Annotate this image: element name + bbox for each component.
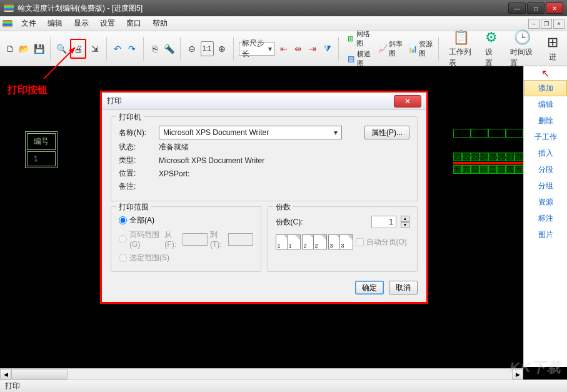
- undo-icon[interactable]: ↶: [112, 41, 124, 56]
- dialog-titlebar[interactable]: 打印 ✕: [102, 93, 426, 110]
- minimize-button[interactable]: —: [508, 3, 526, 14]
- range-group: 打印范围 全部(A) 页码范围(G) 从(F): 到(T): 选定范围(S): [111, 206, 261, 272]
- ruler-cell: 15: [453, 129, 471, 138]
- where-label: 位置:: [119, 168, 154, 179]
- pointer-icon[interactable]: ↖: [524, 66, 567, 80]
- sidebar-add[interactable]: 添加: [524, 80, 567, 96]
- align-center-icon[interactable]: ⇹: [292, 41, 304, 56]
- ruler-cell: 26: [497, 153, 506, 161]
- copies-group: 份数 份数(C): ▲▼ 1 1 2 2 3: [268, 206, 418, 272]
- zoom-out-icon[interactable]: ⊖: [186, 41, 198, 56]
- ruler-cell: 22: [462, 153, 471, 161]
- sidebar-subtask[interactable]: 子工作: [524, 129, 567, 145]
- sidebar-delete[interactable]: 删除: [524, 113, 567, 129]
- annotation-text: 打印按钮: [8, 84, 48, 97]
- name-label: 名称(N):: [119, 128, 154, 138]
- worklist-button[interactable]: 📋工作列表: [444, 29, 478, 68]
- maximize-button[interactable]: □: [527, 3, 544, 14]
- menu-settings[interactable]: 设置: [95, 16, 120, 31]
- dialog-close-button[interactable]: ✕: [394, 95, 421, 108]
- bg-row-num: 1: [27, 151, 56, 166]
- close-button[interactable]: ✕: [546, 3, 563, 14]
- resource-label[interactable]: 资源图: [419, 39, 433, 58]
- collate-check: [356, 238, 364, 246]
- menu-help[interactable]: 帮助: [148, 16, 173, 31]
- filter-icon[interactable]: ⧩: [321, 41, 333, 56]
- h-scrollbar[interactable]: ◀ ▶: [0, 368, 523, 379]
- properties-button[interactable]: 属性(P)...: [364, 126, 409, 139]
- page-icon-2b: 2: [313, 234, 327, 249]
- statusbar: 打印: [0, 379, 567, 392]
- doc-icon: [3, 20, 13, 28]
- sidebar-group[interactable]: 分组: [524, 178, 567, 194]
- printer-group: 打印机 名称(N): Microsoft XPS Document Writer…: [111, 116, 418, 201]
- menu-edit[interactable]: 编辑: [43, 16, 68, 31]
- ok-button[interactable]: 确定: [355, 281, 384, 294]
- sidebar-segment[interactable]: 分段: [524, 161, 567, 178]
- ruler-cell: 四: [506, 165, 514, 174]
- settings-button[interactable]: ⚙设置: [480, 29, 503, 68]
- net-label[interactable]: 网络图: [356, 29, 372, 48]
- separator: [438, 37, 439, 61]
- printer-select[interactable]: Microsoft XPS Document Writer: [159, 126, 342, 139]
- ruler-cell: 18: [488, 129, 506, 138]
- time-settings-button[interactable]: 🕒时间设置: [505, 29, 539, 68]
- mdi-close[interactable]: ×: [553, 19, 564, 29]
- bar-label[interactable]: 横道图: [357, 49, 372, 68]
- copies-spinner[interactable]: ▲▼: [401, 216, 409, 228]
- bg-table: 编号 1: [25, 131, 58, 168]
- scale-combo-label: 标尺步长: [242, 38, 264, 59]
- scroll-left-button[interactable]: ◀: [0, 369, 11, 379]
- menu-file[interactable]: 文件: [16, 16, 41, 31]
- radio-all[interactable]: [119, 216, 127, 224]
- spin-down[interactable]: ▼: [401, 222, 409, 228]
- settings-label: 设置: [485, 47, 498, 68]
- align-left-icon[interactable]: ⇤: [278, 41, 289, 56]
- copies-input[interactable]: [371, 216, 396, 228]
- sidebar: ↖ 添加 编辑 删除 子工作 插入 分段 分组 资源 标注 图片: [523, 66, 567, 367]
- status-text: 打印: [5, 381, 20, 391]
- spin-up[interactable]: ▲: [401, 216, 409, 222]
- open-icon[interactable]: 📂: [18, 41, 30, 56]
- radio-pages: [119, 235, 127, 243]
- cancel-button[interactable]: 取消: [389, 281, 418, 294]
- range-selection-radio[interactable]: 选定范围(S): [119, 253, 169, 263]
- zoom-in-icon[interactable]: ⊕: [216, 41, 228, 56]
- printer-legend: 打印机: [116, 112, 144, 123]
- ruler-cell: 25: [488, 153, 497, 161]
- progress-button[interactable]: ⊞进: [542, 34, 563, 63]
- scroll-thumb[interactable]: [11, 369, 68, 379]
- sidebar-resource[interactable]: 资源: [524, 194, 567, 210]
- sidebar-edit[interactable]: 编辑: [524, 96, 567, 113]
- mdi-minimize[interactable]: –: [528, 19, 539, 29]
- range-pages-radio[interactable]: 页码范围(G) 从(F): 到(T):: [119, 229, 253, 249]
- sidebar-insert[interactable]: 插入: [524, 145, 567, 161]
- slope-label[interactable]: 斜率图: [389, 39, 403, 58]
- type-label: 类型:: [119, 155, 154, 166]
- sidebar-image[interactable]: 图片: [524, 226, 567, 243]
- scroll-track[interactable]: [11, 369, 512, 379]
- range-all-label: 全部(A): [129, 215, 154, 226]
- menu-view[interactable]: 显示: [69, 16, 94, 31]
- net-icon: ⊞: [348, 34, 354, 43]
- slope-icon: 📈: [378, 44, 388, 53]
- align-right-icon[interactable]: ⇥: [307, 41, 319, 56]
- printer-select-value: Microsoft XPS Document Writer: [163, 128, 269, 137]
- mdi-restore[interactable]: ❐: [541, 19, 552, 29]
- app-icon: [4, 4, 14, 12]
- redo-icon[interactable]: ↷: [126, 41, 138, 56]
- bar-icon: ▤: [348, 54, 354, 63]
- range-all-radio[interactable]: 全部(A): [119, 215, 154, 226]
- separator: [233, 37, 234, 61]
- export-icon[interactable]: ⇲: [89, 41, 101, 56]
- new-icon[interactable]: 🗋: [4, 41, 16, 56]
- watermark: KK下载: [509, 358, 562, 377]
- collate-checkbox[interactable]: 自动分页(O): [356, 237, 407, 248]
- menu-window[interactable]: 窗口: [121, 16, 146, 31]
- scale-combo[interactable]: 标尺步长: [239, 42, 275, 56]
- copy-icon[interactable]: ⎘: [149, 41, 161, 56]
- sidebar-annotate[interactable]: 标注: [524, 210, 567, 226]
- gear-icon: ⚙: [485, 29, 498, 46]
- zoom-reset-icon[interactable]: 1:1: [201, 41, 214, 56]
- find-icon[interactable]: 🔦: [163, 41, 175, 56]
